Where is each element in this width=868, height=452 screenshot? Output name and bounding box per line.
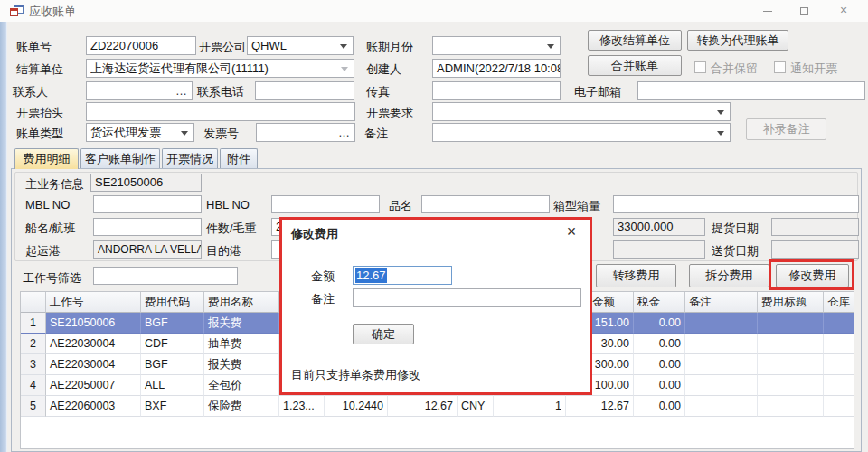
pieces-label: 件数/毛重 (206, 221, 257, 237)
close-icon[interactable]: × (828, 0, 859, 22)
split-fee-button[interactable]: 拆分费用 (689, 264, 769, 287)
table-cell: 1 (494, 396, 566, 417)
table-cell (758, 313, 824, 334)
ok-button[interactable]: 确定 (353, 324, 414, 344)
tab-fee-detail[interactable]: 费用明细 (14, 148, 79, 169)
modify-fee-button[interactable]: 修改费用 (776, 264, 849, 287)
row-number-cell: 4 (21, 375, 46, 396)
settlement-unit-field: 上海达运货运代理有限公司(11111) (86, 59, 354, 78)
remark-label: 备注 (364, 126, 388, 142)
origin-port-label: 起运港 (25, 243, 61, 259)
phone-label: 联系电话 (197, 84, 244, 100)
header-cell[interactable]: 备注 (685, 292, 758, 313)
dialog-remark-label: 备注 (311, 291, 335, 307)
contact-ellipsis-button[interactable]: … (175, 82, 188, 99)
product-field[interactable] (421, 195, 550, 213)
table-cell: ALL (141, 375, 204, 396)
table-cell: 0.00 (634, 313, 685, 334)
table-cell (758, 354, 824, 375)
table-cell (824, 313, 854, 334)
table-cell (758, 334, 824, 354)
table-cell: 0.00 (634, 334, 685, 354)
header-cell[interactable]: 费用标题 (758, 292, 824, 313)
volume-field (613, 240, 705, 259)
tab-invoice-status[interactable]: 开票情况 (162, 148, 218, 168)
pickup-date-label: 提货日期 (712, 221, 759, 237)
app-window: 应收账单 × 账单号 ZD22070006 开票公司 QHWL 账期月份 结算单… (0, 0, 868, 452)
table-cell (758, 375, 824, 396)
bill-type-select[interactable]: 货运代理发票 (86, 123, 194, 142)
table-cell: 12.67 (566, 396, 634, 417)
table-cell: AE22060003 (46, 396, 141, 417)
phone-field[interactable] (255, 81, 354, 100)
hbl-field[interactable] (271, 195, 380, 213)
email-field[interactable] (637, 81, 865, 100)
header-cell[interactable]: 费用代码 (141, 292, 204, 313)
remark-select[interactable] (432, 123, 731, 142)
contact-label: 联系人 (13, 84, 48, 100)
header-cell[interactable] (21, 292, 46, 313)
bill-type-label: 账单类型 (16, 126, 63, 142)
table-row[interactable]: 5AE22060003BXF保险费1.23...10.244012.67CNY1… (21, 396, 854, 417)
main-info-field: SE21050006 (90, 174, 202, 192)
header-cell[interactable]: 仓库 (824, 292, 854, 313)
bill-no-label: 账单号 (16, 39, 52, 55)
vessel-field[interactable] (93, 218, 202, 236)
invoice-company-select[interactable]: QHWL (247, 36, 354, 55)
table-cell: CDF (141, 334, 204, 354)
fax-field[interactable] (432, 81, 561, 100)
table-cell (824, 375, 854, 396)
dialog-close-icon[interactable]: × (562, 222, 580, 241)
table-cell: BXF (141, 396, 204, 417)
app-icon (10, 5, 24, 17)
minimize-icon[interactable] (752, 0, 783, 22)
table-cell (685, 354, 758, 375)
table-cell: 报关费 (204, 354, 279, 375)
invoice-req-select[interactable] (432, 102, 731, 121)
row-number-cell: 2 (21, 334, 46, 354)
row-number-cell: 1 (21, 313, 46, 334)
table-cell: 12.67 (388, 396, 458, 417)
container-field[interactable] (613, 195, 859, 213)
contact-field[interactable]: … (86, 81, 193, 100)
table-cell (824, 354, 854, 375)
invoice-no-field[interactable]: … (256, 123, 355, 142)
append-remark-button: 补录备注 (746, 118, 826, 140)
merge-bill-button[interactable]: 合并账单 (588, 55, 682, 76)
amount-input[interactable]: 12.67 (353, 266, 452, 285)
window-left-border (0, 22, 7, 452)
dialog-remark-input[interactable] (353, 288, 581, 307)
amount-label: 金额 (311, 268, 335, 285)
delivery-date-label: 送货日期 (712, 243, 759, 259)
tab-attachment[interactable]: 附件 (220, 148, 258, 168)
header-cell[interactable]: 工作号 (46, 292, 141, 313)
modify-settlement-button[interactable]: 修改结算单位 (588, 30, 682, 51)
transfer-fee-button[interactable]: 转移费用 (596, 264, 676, 287)
table-cell: 1.23... (279, 396, 325, 417)
job-filter-input[interactable] (93, 267, 238, 285)
table-cell (685, 375, 758, 396)
tab-customer-bill[interactable]: 客户账单制作 (80, 148, 160, 168)
invoice-req-label: 开票要求 (366, 105, 413, 121)
table-cell: CNY (458, 396, 494, 417)
creator-field: ADMIN(2022/7/18 10:08 (432, 59, 561, 78)
window-title: 应收账单 (29, 4, 76, 20)
mbl-field[interactable] (93, 195, 202, 213)
convert-agent-button[interactable]: 转换为代理账单 (687, 30, 788, 51)
table-cell: 0.00 (634, 396, 685, 417)
delivery-date-field (771, 240, 859, 259)
invoice-title-field[interactable] (86, 102, 355, 121)
invoice-no-ellipsis-button[interactable]: … (338, 124, 351, 141)
maximize-icon[interactable] (788, 0, 819, 22)
row-number-cell: 3 (21, 354, 46, 375)
product-label: 品名 (389, 198, 412, 214)
header-cell[interactable]: 税金 (634, 292, 685, 313)
billing-month-select[interactable] (432, 36, 561, 55)
header-cell[interactable]: 费用名称 (204, 292, 279, 313)
bill-no-field[interactable]: ZD22070006 (86, 36, 196, 55)
row-number-cell: 5 (21, 396, 46, 417)
selected-text: 12.67 (355, 268, 387, 283)
dialog-hint-text: 目前只支持单条费用修改 (291, 367, 420, 383)
table-cell: AE22030004 (46, 334, 141, 354)
table-cell: BGF (141, 354, 204, 375)
